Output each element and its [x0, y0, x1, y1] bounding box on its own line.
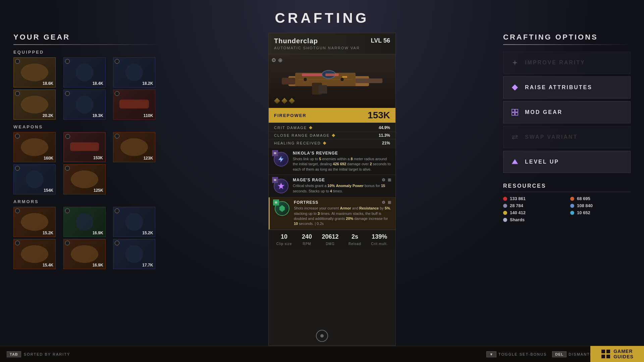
resource-item: 108 840 — [570, 203, 631, 208]
mod-icon: III — [274, 200, 290, 217]
stat-row: HEALING RECEIVED 21% — [269, 139, 395, 147]
gear-item[interactable]: 15.2K — [13, 207, 56, 237]
armors-grid: 15.2K16.9K15.2K15.4K16.9K17.7K — [13, 207, 161, 269]
bottom-stat-label: RPM — [303, 242, 311, 246]
gear-item[interactable]: 15.2K — [113, 207, 155, 237]
mod-item: III NIKOLA'S REVENGE Shots link up to 5 … — [269, 148, 395, 175]
resource-dot — [503, 197, 507, 201]
svg-marker-30 — [278, 183, 284, 189]
craft-option-mod-gear[interactable]: MOD GEAR — [503, 101, 631, 123]
bottom-bar: TAB SORTED BY RARITY ▼ TOGGLE SET-BONUS … — [0, 346, 644, 362]
svg-marker-32 — [512, 84, 518, 90]
stat-diamond-icon — [309, 126, 312, 129]
gear-item-value: 16.9K — [93, 231, 103, 235]
sort-hint: SORTED BY RARITY — [24, 352, 70, 356]
resource-value: 10 652 — [577, 210, 590, 215]
gear-item-value: 15.4K — [43, 263, 53, 267]
svg-rect-40 — [601, 355, 605, 358]
svg-point-1 — [75, 64, 93, 81]
svg-point-11 — [21, 213, 48, 231]
gear-item[interactable]: 160K — [13, 132, 56, 162]
right-panel: CRAFTING OPTIONS IMPROVE RARITY RAISE AT… — [503, 33, 631, 346]
gear-item-value: 16.9K — [93, 263, 103, 267]
resource-value: Shards — [510, 217, 525, 222]
stat-diamond-icon — [332, 134, 335, 137]
resource-dot — [570, 211, 574, 215]
gear-item[interactable]: 20.2K — [13, 89, 56, 120]
resources-section: RESOURCES 133 861 68 695 28 784 108 840 … — [503, 183, 631, 222]
svg-point-0 — [21, 64, 48, 81]
svg-rect-35 — [512, 113, 515, 115]
resource-item: 68 695 — [570, 196, 631, 201]
firepower-bar: Firepower 153K — [269, 108, 395, 123]
gear-item[interactable]: 125K — [63, 164, 106, 194]
level-up-label: LEVEL UP — [525, 159, 559, 165]
gear-item[interactable]: 16.9K — [63, 239, 106, 269]
svg-rect-33 — [512, 109, 515, 112]
mod-tier-badge: III — [272, 150, 278, 156]
gear-item[interactable]: 15.4K — [13, 239, 56, 269]
bottom-stat-label: Crit mult. — [371, 242, 388, 246]
gear-item[interactable]: 123K — [113, 132, 155, 162]
gear-item[interactable]: 18.2K — [113, 57, 155, 87]
mod-section: III NIKOLA'S REVENGE Shots link up to 5 … — [269, 148, 395, 230]
svg-marker-37 — [512, 159, 518, 164]
toggle-set-bonus[interactable]: ▼ TOGGLE SET-BONUS — [486, 351, 547, 357]
mod-name: FORTRESS ⚙⊞ — [294, 200, 391, 205]
gg-label: GAMERGUIDES — [613, 349, 634, 359]
gear-item[interactable]: 17.7K — [113, 239, 155, 269]
gear-item-value: 17.7K — [142, 263, 153, 267]
gear-item[interactable]: 153K — [63, 132, 106, 162]
raise-attributes-icon — [510, 83, 520, 92]
svg-point-2 — [125, 64, 143, 81]
bottom-stat-label: DMG — [326, 242, 334, 246]
svg-rect-36 — [515, 113, 518, 115]
swap-variant-icon — [510, 132, 520, 142]
gear-item-value: 18.6K — [43, 81, 53, 86]
resource-dot — [570, 197, 574, 201]
tool-wrench-icon: ⚙ — [271, 57, 276, 63]
mod-tool-icon[interactable]: ⚙ — [382, 200, 386, 205]
mod-content: FORTRESS ⚙⊞ Shots increase your current … — [294, 200, 391, 227]
resource-value: 28 784 — [510, 203, 523, 208]
stat-name: HEALING RECEIVED — [274, 141, 326, 145]
mod-grid-icon[interactable]: ⊞ — [388, 178, 391, 182]
resource-dot — [503, 204, 507, 208]
resource-item: 133 861 — [503, 196, 564, 201]
bottom-stat-value: 2s — [348, 233, 361, 240]
mod-grid-icon[interactable]: ⊞ — [388, 200, 391, 205]
gear-item[interactable]: 16.9K — [63, 207, 106, 237]
item-card-header: Thunderclap AUTOMATIC SHOTGUN NARROW VAR… — [269, 33, 395, 54]
stat-rows: CRIT DAMAGE 44.9% CLOSE RANGE DAMAGE 11.… — [269, 123, 395, 148]
craft-options-list: IMPROVE RARITY RAISE ATTRIBUTES MOD GEAR… — [503, 52, 631, 173]
gear-item-value: 154K — [44, 188, 53, 193]
mod-tool-icon[interactable]: ⚙ — [382, 178, 386, 182]
left-panel: YOUR GEAR EQUIPPED 18.6K18.4K18.2K20.2K1… — [13, 33, 161, 346]
resource-value: 140 412 — [510, 210, 526, 215]
resource-dot — [503, 211, 507, 215]
resource-dot — [503, 218, 507, 222]
gear-item[interactable]: 110K — [113, 89, 155, 120]
craft-option-improve-rarity: IMPROVE RARITY — [503, 52, 631, 74]
item-level: LVL 56 — [371, 37, 390, 44]
tab-key[interactable]: TAB — [7, 351, 21, 357]
svg-marker-31 — [279, 205, 285, 212]
bottom-stat-value: 139% — [371, 233, 388, 240]
gear-item-value: 19.3K — [93, 113, 103, 118]
gear-item[interactable]: 154K — [13, 164, 56, 194]
mod-tier-badge: III — [272, 177, 278, 183]
gear-item[interactable]: 19.3K — [63, 89, 106, 120]
craft-option-level-up[interactable]: LEVEL UP — [503, 151, 631, 173]
stat-value: 44.9% — [379, 125, 390, 130]
svg-point-14 — [21, 245, 48, 263]
resource-value: 108 840 — [577, 203, 593, 208]
craft-option-raise-attributes[interactable]: RAISE ATTRIBUTES — [503, 76, 631, 99]
gear-item[interactable]: 18.6K — [13, 57, 56, 87]
resources-grid: 133 861 68 695 28 784 108 840 140 412 10… — [503, 196, 631, 222]
gear-item-value: 18.4K — [93, 81, 103, 86]
equipped-grid: 18.6K18.4K18.2K20.2K19.3K110K — [13, 57, 161, 120]
gear-item-value: 153K — [93, 156, 103, 160]
gear-item[interactable]: 18.4K — [63, 57, 106, 87]
bottom-stat: 10 Clip size — [276, 233, 292, 246]
svg-rect-20 — [282, 78, 295, 84]
